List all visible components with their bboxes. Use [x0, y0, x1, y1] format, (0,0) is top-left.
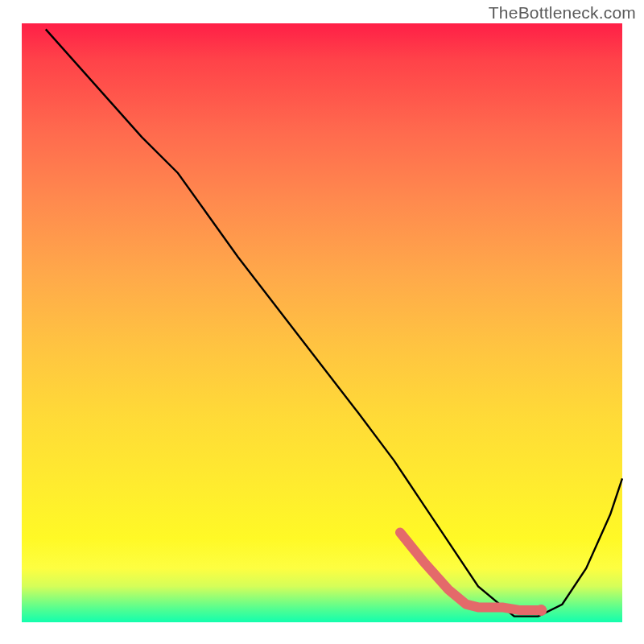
watermark-text: TheBottleneck.com [489, 3, 636, 23]
highlight-point [535, 605, 547, 616]
highlight-band [400, 532, 541, 610]
stage: TheBottleneck.com [0, 0, 644, 644]
curve-layer [0, 0, 644, 644]
primary-curve [46, 29, 622, 616]
highlight-points [535, 605, 547, 616]
